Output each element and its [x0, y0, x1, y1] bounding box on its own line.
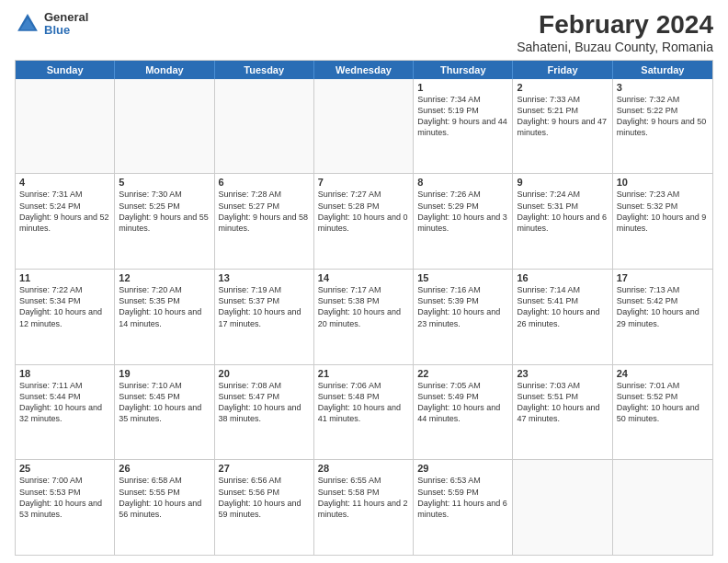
calendar-row-0: 1Sunrise: 7:34 AMSunset: 5:19 PMDaylight…	[16, 79, 712, 174]
day-info: Sunrise: 7:20 AMSunset: 5:35 PMDaylight:…	[119, 284, 210, 329]
day-cell-28: 28Sunrise: 6:55 AMSunset: 5:58 PMDayligh…	[314, 460, 414, 555]
day-number: 13	[219, 272, 310, 283]
logo-icon	[15, 11, 40, 37]
day-number: 11	[19, 272, 110, 283]
day-info: Sunrise: 7:14 AMSunset: 5:41 PMDaylight:…	[517, 284, 608, 329]
day-info: Sunrise: 7:22 AMSunset: 5:34 PMDaylight:…	[19, 284, 110, 329]
day-info: Sunrise: 7:01 AMSunset: 5:52 PMDaylight:…	[617, 380, 709, 425]
day-cell-1: 1Sunrise: 7:34 AMSunset: 5:19 PMDaylight…	[414, 79, 513, 174]
day-number: 19	[119, 368, 210, 379]
calendar-row-2: 11Sunrise: 7:22 AMSunset: 5:34 PMDayligh…	[16, 269, 712, 364]
empty-cell	[115, 79, 214, 174]
day-cell-10: 10Sunrise: 7:23 AMSunset: 5:32 PMDayligh…	[613, 174, 712, 269]
day-cell-15: 15Sunrise: 7:16 AMSunset: 5:39 PMDayligh…	[414, 270, 513, 364]
day-info: Sunrise: 7:17 AMSunset: 5:38 PMDaylight:…	[318, 284, 409, 329]
logo-text: General Blue	[44, 11, 88, 38]
calendar-row-4: 25Sunrise: 7:00 AMSunset: 5:53 PMDayligh…	[16, 459, 712, 555]
day-number: 9	[517, 177, 608, 188]
page: General Blue February 2024 Sahateni, Buz…	[0, 0, 728, 563]
day-cell-4: 4Sunrise: 7:31 AMSunset: 5:24 PMDaylight…	[16, 174, 115, 269]
day-info: Sunrise: 7:06 AMSunset: 5:48 PMDaylight:…	[318, 380, 409, 425]
logo: General Blue	[15, 11, 88, 38]
day-cell-24: 24Sunrise: 7:01 AMSunset: 5:52 PMDayligh…	[613, 365, 712, 460]
day-number: 10	[617, 177, 709, 188]
day-info: Sunrise: 7:11 AMSunset: 5:44 PMDaylight:…	[19, 380, 110, 425]
day-info: Sunrise: 7:05 AMSunset: 5:49 PMDaylight:…	[417, 380, 508, 425]
day-cell-27: 27Sunrise: 6:56 AMSunset: 5:56 PMDayligh…	[215, 460, 314, 555]
day-cell-16: 16Sunrise: 7:14 AMSunset: 5:41 PMDayligh…	[513, 270, 612, 364]
empty-cell	[215, 79, 314, 174]
day-info: Sunrise: 7:33 AMSunset: 5:21 PMDaylight:…	[517, 94, 608, 139]
empty-cell	[16, 79, 115, 174]
day-info: Sunrise: 7:03 AMSunset: 5:51 PMDaylight:…	[517, 380, 608, 425]
day-cell-12: 12Sunrise: 7:20 AMSunset: 5:35 PMDayligh…	[115, 270, 214, 364]
day-cell-17: 17Sunrise: 7:13 AMSunset: 5:42 PMDayligh…	[613, 270, 712, 364]
day-info: Sunrise: 7:16 AMSunset: 5:39 PMDaylight:…	[417, 284, 508, 329]
day-number: 22	[417, 368, 508, 379]
header-day-tuesday: Tuesday	[215, 61, 314, 79]
day-number: 12	[119, 272, 210, 283]
calendar-row-1: 4Sunrise: 7:31 AMSunset: 5:24 PMDaylight…	[16, 173, 712, 269]
day-cell-29: 29Sunrise: 6:53 AMSunset: 5:59 PMDayligh…	[414, 460, 513, 555]
day-cell-19: 19Sunrise: 7:10 AMSunset: 5:45 PMDayligh…	[115, 365, 214, 460]
day-cell-5: 5Sunrise: 7:30 AMSunset: 5:25 PMDaylight…	[115, 174, 214, 269]
day-info: Sunrise: 6:55 AMSunset: 5:58 PMDaylight:…	[318, 475, 409, 520]
day-info: Sunrise: 7:27 AMSunset: 5:28 PMDaylight:…	[318, 189, 409, 234]
header-day-thursday: Thursday	[414, 61, 513, 79]
empty-cell	[314, 79, 414, 174]
logo-general: General	[44, 11, 88, 24]
title-block: February 2024 Sahateni, Buzau County, Ro…	[517, 11, 713, 54]
calendar: SundayMondayTuesdayWednesdayThursdayFrid…	[15, 60, 713, 556]
day-info: Sunrise: 6:56 AMSunset: 5:56 PMDaylight:…	[219, 475, 310, 520]
day-cell-20: 20Sunrise: 7:08 AMSunset: 5:47 PMDayligh…	[215, 365, 314, 460]
logo-blue: Blue	[44, 24, 88, 37]
calendar-row-3: 18Sunrise: 7:11 AMSunset: 5:44 PMDayligh…	[16, 364, 712, 460]
day-number: 6	[219, 177, 310, 188]
day-info: Sunrise: 7:13 AMSunset: 5:42 PMDaylight:…	[617, 284, 709, 329]
day-number: 4	[19, 177, 110, 188]
day-cell-2: 2Sunrise: 7:33 AMSunset: 5:21 PMDaylight…	[513, 79, 612, 174]
day-info: Sunrise: 7:19 AMSunset: 5:37 PMDaylight:…	[219, 284, 310, 329]
calendar-header: SundayMondayTuesdayWednesdayThursdayFrid…	[16, 61, 712, 79]
day-cell-18: 18Sunrise: 7:11 AMSunset: 5:44 PMDayligh…	[16, 365, 115, 460]
header-day-sunday: Sunday	[16, 61, 115, 79]
day-cell-6: 6Sunrise: 7:28 AMSunset: 5:27 PMDaylight…	[215, 174, 314, 269]
day-number: 2	[517, 82, 608, 93]
day-number: 5	[119, 177, 210, 188]
header-day-monday: Monday	[115, 61, 214, 79]
empty-cell	[613, 460, 712, 555]
day-cell-23: 23Sunrise: 7:03 AMSunset: 5:51 PMDayligh…	[513, 365, 612, 460]
day-info: Sunrise: 7:28 AMSunset: 5:27 PMDaylight:…	[219, 189, 310, 234]
day-number: 3	[617, 82, 709, 93]
day-cell-26: 26Sunrise: 6:58 AMSunset: 5:55 PMDayligh…	[115, 460, 214, 555]
day-number: 23	[517, 368, 608, 379]
day-number: 29	[417, 463, 508, 474]
page-subtitle: Sahateni, Buzau County, Romania	[517, 40, 713, 54]
day-info: Sunrise: 7:10 AMSunset: 5:45 PMDaylight:…	[119, 380, 210, 425]
day-cell-25: 25Sunrise: 7:00 AMSunset: 5:53 PMDayligh…	[16, 460, 115, 555]
empty-cell	[513, 460, 612, 555]
header: General Blue February 2024 Sahateni, Buz…	[15, 11, 713, 54]
page-title: February 2024	[517, 11, 713, 40]
day-number: 8	[417, 177, 508, 188]
day-cell-9: 9Sunrise: 7:24 AMSunset: 5:31 PMDaylight…	[513, 174, 612, 269]
header-day-wednesday: Wednesday	[314, 61, 414, 79]
day-info: Sunrise: 6:58 AMSunset: 5:55 PMDaylight:…	[119, 475, 210, 520]
day-cell-11: 11Sunrise: 7:22 AMSunset: 5:34 PMDayligh…	[16, 270, 115, 364]
day-info: Sunrise: 7:00 AMSunset: 5:53 PMDaylight:…	[19, 475, 110, 520]
day-info: Sunrise: 7:24 AMSunset: 5:31 PMDaylight:…	[517, 189, 608, 234]
day-info: Sunrise: 7:26 AMSunset: 5:29 PMDaylight:…	[417, 189, 508, 234]
day-number: 28	[318, 463, 409, 474]
day-cell-21: 21Sunrise: 7:06 AMSunset: 5:48 PMDayligh…	[314, 365, 414, 460]
day-info: Sunrise: 7:08 AMSunset: 5:47 PMDaylight:…	[219, 380, 310, 425]
day-number: 16	[517, 272, 608, 283]
header-day-saturday: Saturday	[613, 61, 712, 79]
calendar-body: 1Sunrise: 7:34 AMSunset: 5:19 PMDaylight…	[16, 79, 712, 555]
day-cell-14: 14Sunrise: 7:17 AMSunset: 5:38 PMDayligh…	[314, 270, 414, 364]
day-number: 26	[119, 463, 210, 474]
day-number: 17	[617, 272, 709, 283]
day-info: Sunrise: 6:53 AMSunset: 5:59 PMDaylight:…	[417, 475, 508, 520]
day-number: 25	[19, 463, 110, 474]
day-number: 1	[417, 82, 508, 93]
day-cell-3: 3Sunrise: 7:32 AMSunset: 5:22 PMDaylight…	[613, 79, 712, 174]
